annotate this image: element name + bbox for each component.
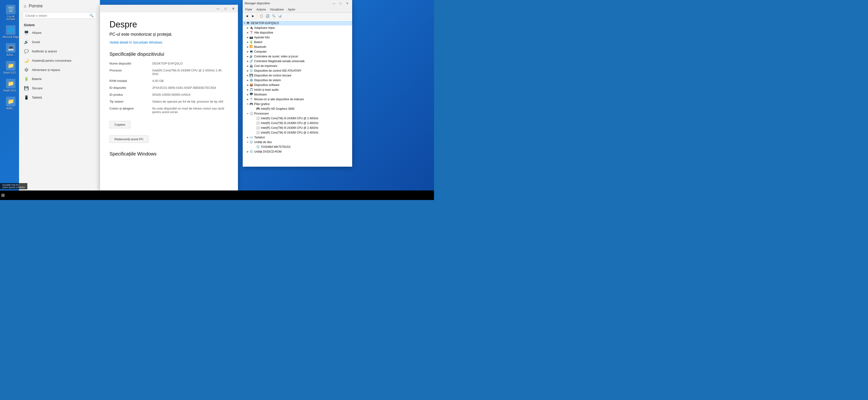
toggle-sistem: ▶ [246, 79, 249, 81]
sidebar-search-box[interactable]: 🔍 [23, 12, 96, 19]
placi-children: 🎮 Intel(R) HD Graphics 3000 [246, 107, 352, 111]
tree-item-hd3000[interactable]: 🎮 Intel(R) HD Graphics 3000 [253, 107, 352, 111]
sidebar-item-sunet[interactable]: 🔊 Sunet [19, 37, 100, 47]
spec-value-5: Sistem de operare pe 64 de biți, proceso… [152, 100, 228, 103]
sistem-icon: ⚙️ [249, 78, 253, 82]
properties-button[interactable]: 📋 [258, 13, 264, 19]
close-button[interactable]: ✕ [229, 5, 237, 12]
sidebar-item-stocare[interactable]: 💾 Stocare [19, 84, 100, 93]
tree-item-aparate[interactable]: ▶ 📷 Aparate foto [246, 35, 352, 40]
activate-icon[interactable]: 💻 Activa... [2, 43, 19, 56]
tree-item-cpu3[interactable]: ⬜ Intel(R) Core(TM) i5-2430M CPU @ 2.40G… [253, 125, 352, 130]
sidebar-item-notificari[interactable]: 💬 Notificări și acțiuni [19, 47, 100, 56]
tree-item-placi[interactable]: ▼ 🎮 Plăci grafice [246, 102, 352, 107]
devmgr-maximize-button[interactable]: □ [337, 1, 344, 6]
scan-button[interactable]: 🔍 [271, 13, 277, 19]
tastaturi-icon: ⌨️ [249, 136, 253, 139]
tree-item-monitoare[interactable]: ▶ 🖥️ Monitoare [246, 92, 352, 97]
delphi1-icon[interactable]: 📁 Delphi 2021... [2, 61, 19, 74]
tree-item-stocare[interactable]: ▶ 💾 Dispozitive de control stocare [246, 73, 352, 78]
tree-item-cpu2[interactable]: ⬜ Intel(R) Core(TM) i5-2430M CPU @ 2.40G… [253, 121, 352, 125]
tree-item-cozi[interactable]: ▶ 🖨️ Cozi de imprimare [246, 63, 352, 68]
adaptoare-icon: 🔌 [249, 26, 253, 30]
cpu2-icon: ⬜ [256, 121, 260, 125]
rename-button[interactable]: Redenumiți acest PC [110, 136, 149, 143]
adbc-icon[interactable]: 📁 ADBC... [2, 97, 19, 110]
spec-label-5: Tip sistem [110, 100, 148, 103]
tree-item-controlere-sunet[interactable]: ▶ 🔊 Controlere de sunet, video și jocuri [246, 54, 352, 59]
view-button[interactable]: 📊 [277, 13, 283, 19]
camera-watermark: HUAWEI P30 Pro LEICA QUAD CAMERA [0, 183, 27, 189]
tree-item-procesoare[interactable]: ▼ ⬜ Procesoare [246, 111, 352, 116]
tree-item-sistem[interactable]: ▶ ⚙️ Dispozitive de sistem [246, 78, 352, 83]
security-link[interactable]: Vedeți detalii în Securitate Windows [110, 40, 228, 44]
focus-icon: 🌙 [24, 58, 29, 63]
tree-item-bluetooth[interactable]: ▶ 📶 Bluetooth [246, 45, 352, 49]
menu-actiune[interactable]: Acțiune [255, 7, 267, 12]
menu-fisier[interactable]: Fișier [244, 7, 254, 12]
tree-item-mouse[interactable]: ▶ 🖱️ Mouse-uri și alte dispozitive de in… [246, 97, 352, 102]
tree-item-alte[interactable]: ▶ ❓ Alte dispozitive [246, 30, 352, 35]
edge-icon[interactable]: 🌐 Microsoft Edge [2, 25, 19, 38]
menu-vizualizare[interactable]: Vizualizare [269, 7, 285, 12]
bluetooth-icon: 📶 [249, 45, 253, 49]
label-hd3000: Intel(R) HD Graphics 3000 [261, 107, 294, 111]
spec-row-3: ID dispozitiv 2F4A3C01-0856-41B1-9ADF-BB… [110, 86, 228, 89]
tree-item-adaptoare[interactable]: ▶ 🔌 Adaptoare rețea [246, 26, 352, 30]
tree-item-dvd[interactable]: ▶ 💿 Unități DVD/CD-ROM [246, 149, 352, 154]
label-baterii: Baterii [254, 40, 262, 44]
tree-item-cpu4[interactable]: ⬜ Intel(R) Core(TM) i5-2430M CPU @ 2.40G… [253, 130, 352, 135]
tree-item-baterii[interactable]: ▶ 🔋 Baterii [246, 40, 352, 45]
sidebar-title: Pornire [29, 4, 42, 8]
toggle-dvd: ▶ [246, 150, 249, 153]
delphi2-img: 📁 [6, 79, 16, 88]
update-driver-button[interactable]: 🔄 [265, 13, 270, 19]
tablet-icon: 📱 [24, 95, 29, 100]
start-button[interactable]: ⊞ [1, 193, 5, 198]
adbc-label: ADBC... [6, 107, 15, 110]
label-ide: Dispozitive de control IDE ATA/ATAPI [254, 69, 301, 73]
delphi2-icon[interactable]: 📁 Delphi 2021... [2, 79, 19, 92]
sidebar-item-tableta[interactable]: 📱 Tabletă [19, 93, 100, 102]
tree-item-toshiba[interactable]: 💿 TOSHIBA MK7575GSX [253, 145, 352, 149]
tree-item-magistrala[interactable]: ▶ 🔗 Controlere Magistrală serială univer… [246, 59, 352, 63]
toggle-bluetooth: ▶ [246, 46, 249, 48]
label-controlere-sunet: Controlere de sunet, video și jocuri [254, 55, 298, 58]
activate-label: Activa... [6, 54, 15, 56]
cozi-icon: 🖨️ [249, 64, 253, 68]
tree-item-software[interactable]: ▶ 📦 Dispozitive software [246, 83, 352, 87]
tree-item-unitati[interactable]: ▼ 💿 Unități de disc [246, 140, 352, 145]
storage-icon: 💾 [24, 86, 29, 90]
toggle-aparate: ▶ [246, 36, 249, 38]
devmgr-win-buttons: — □ ✕ [331, 1, 350, 6]
tree-item-tastaturi[interactable]: ▶ ⌨️ Tastaturi [246, 135, 352, 140]
sidebar-item-alimentare[interactable]: ⏻ Alimentare și repaus [19, 65, 100, 74]
devmgr-menubar: Fișier Acțiune Vizualizare Ajutor [243, 7, 352, 12]
menu-ajutor[interactable]: Ajutor [286, 7, 297, 12]
minimize-button[interactable]: — [214, 5, 221, 12]
devmgr-toolbar: ◀ ▶ 📋 🔄 🔍 📊 [243, 12, 352, 20]
maximize-button[interactable]: □ [222, 5, 229, 12]
back-button[interactable]: ◀ [244, 13, 250, 19]
tree-item-ide[interactable]: ▶ 💿 Dispozitive de control IDE ATA/ATAPI [246, 68, 352, 73]
sidebar-item-label-afisare: Afișare [32, 31, 41, 34]
forward-button[interactable]: ▶ [250, 13, 256, 19]
aparate-icon: 📷 [249, 35, 253, 39]
tree-root[interactable]: ▼ 💻 DESKTOP-EAFQSLO [243, 21, 352, 26]
sidebar-item-afisare[interactable]: 🖥️ Afișare [19, 28, 100, 37]
procesoare-children: ⬜ Intel(R) Core(TM) i5-2430M CPU @ 2.40G… [246, 116, 352, 135]
stocare-icon: 💾 [249, 74, 253, 77]
tree-item-computer[interactable]: ▶ 💻 Computer [246, 49, 352, 54]
devmgr-minimize-button[interactable]: — [331, 1, 337, 6]
controlere-sunet-icon: 🔊 [249, 55, 253, 58]
sidebar-item-baterie[interactable]: 🔋 Baterie [19, 74, 100, 84]
tree-item-cpu1[interactable]: ⬜ Intel(R) Core(TM) i5-2430M CPU @ 2.40G… [253, 116, 352, 121]
copy-button[interactable]: Copiere [110, 121, 130, 128]
spec-label-0: Nume dispozitiv [110, 62, 148, 65]
sidebar-item-asistenta[interactable]: 🌙 Asistență pentru concentrare [19, 56, 100, 65]
magistrala-icon: 🔗 [249, 59, 253, 63]
tree-item-audio[interactable]: ▶ 🎵 Intrări și ieșiri audio [246, 87, 352, 92]
devmgr-close-button[interactable]: ✕ [344, 1, 350, 6]
search-input[interactable] [25, 14, 88, 18]
recycle-bin-icon[interactable]: 🗑️ Coș de reciclare [2, 5, 19, 21]
